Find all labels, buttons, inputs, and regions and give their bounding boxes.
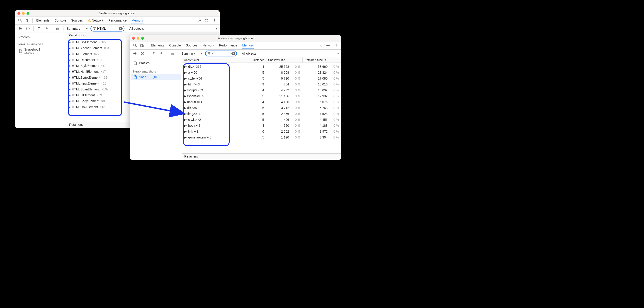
expand-icon[interactable]: ▶ <box>69 100 72 103</box>
expand-icon[interactable]: ▶ <box>69 88 72 91</box>
maximize-dot[interactable] <box>26 12 29 15</box>
col-constructor[interactable]: Constructor <box>182 57 248 62</box>
inspect-icon[interactable] <box>132 42 138 49</box>
table-row[interactable]: ▶<c-wiz>×254960 %4 4560 % <box>182 117 341 122</box>
class-filter[interactable]: ✕ <box>90 26 124 32</box>
class-filter-input[interactable] <box>212 52 230 55</box>
close-dot[interactable] <box>18 12 20 15</box>
upload-icon[interactable] <box>150 50 157 57</box>
tab-memory[interactable]: Memory <box>242 42 254 49</box>
gc-icon[interactable] <box>55 26 61 32</box>
kebab-icon[interactable] <box>212 18 218 24</box>
expand-icon[interactable]: ▶ <box>69 82 72 85</box>
expand-icon[interactable]: ▶ <box>184 100 186 104</box>
tab-memory[interactable]: Memory <box>131 17 144 24</box>
gear-icon[interactable] <box>203 18 210 24</box>
expand-icon[interactable]: ▶ <box>69 106 72 108</box>
chevron-down-icon[interactable]: ▼ <box>337 52 339 55</box>
download-icon[interactable] <box>158 50 164 57</box>
expand-icon[interactable]: ▶ <box>184 88 186 92</box>
clear-icon[interactable] <box>140 50 146 57</box>
table-row[interactable]: ▶<li>×3563 7120 %5 7680 % <box>182 105 341 111</box>
tab-network[interactable]: Network <box>202 42 214 49</box>
download-icon[interactable] <box>44 26 50 32</box>
tab-elements[interactable]: Elements <box>36 17 50 24</box>
table-row[interactable]: ▶<script>×3344 7920 %15 0920 % <box>182 87 341 93</box>
snapshot-item[interactable]: Snap… (18.… <box>131 74 181 80</box>
device-icon[interactable] <box>139 42 145 49</box>
col-distance[interactable]: Distance <box>248 57 266 62</box>
tab-performance[interactable]: Performance <box>108 17 127 24</box>
snapshot-item[interactable]: Snapshot 1 16.0 MB <box>16 47 66 55</box>
expand-icon[interactable]: ▶ <box>69 58 72 62</box>
more-tabs-icon[interactable] <box>196 18 202 24</box>
expand-icon[interactable]: ▶ <box>184 118 186 122</box>
expand-icon[interactable]: ▶ <box>184 130 186 133</box>
svg-point-16 <box>336 46 336 47</box>
expand-icon[interactable]: ▶ <box>69 94 72 97</box>
expand-icon[interactable]: ▶ <box>69 70 72 73</box>
table-row[interactable]: ▶<div>×215425 5680 %58 6600 % <box>182 64 341 70</box>
clear-icon[interactable] <box>25 26 31 32</box>
table-row[interactable]: ▶<g-menu-item>×851 1200 %3 3040 % <box>182 134 341 140</box>
col-shallow[interactable]: Shallow Size <box>266 57 302 62</box>
expand-icon[interactable]: ▶ <box>184 76 186 80</box>
clear-filter-icon[interactable]: ✕ <box>119 27 123 30</box>
clear-filter-icon[interactable]: ✕ <box>232 52 235 55</box>
tab-sources[interactable]: Sources <box>186 42 198 49</box>
table-row[interactable]: ▶<img>×1152 8560 %4 5280 % <box>182 111 341 117</box>
retainers-panel-header[interactable]: Retainers <box>182 154 341 160</box>
expand-icon[interactable]: ▶ <box>184 124 186 127</box>
more-tabs-icon[interactable] <box>318 42 324 49</box>
table-row[interactable]: ▶<style>×5459 7200 %17 0800 % <box>182 76 341 81</box>
table-row[interactable]: ▶<input>×1444 1960 %6 0760 % <box>182 99 341 105</box>
class-filter[interactable]: ✕ <box>205 50 237 56</box>
expand-icon[interactable]: ▶ <box>184 71 186 74</box>
expand-icon[interactable]: ▶ <box>69 41 72 44</box>
objects-select[interactable]: All objects <box>128 26 145 31</box>
objects-select[interactable]: All objects <box>240 51 258 56</box>
table-row[interactable]: ▶<html>×333640 %16 0160 % <box>182 81 341 87</box>
upload-icon[interactable] <box>36 26 42 32</box>
minimize-dot[interactable] <box>22 12 25 15</box>
col-retained[interactable]: Retained Size▼ <box>302 57 341 62</box>
expand-icon[interactable]: ▶ <box>184 82 186 86</box>
expand-icon[interactable]: ▶ <box>69 76 72 79</box>
expand-icon[interactable]: ▶ <box>184 136 186 139</box>
tab-network[interactable]: Network <box>87 17 104 24</box>
class-filter-input[interactable] <box>97 27 118 30</box>
maximize-dot[interactable] <box>141 37 144 40</box>
svg-point-5 <box>214 20 215 21</box>
chevron-down-icon[interactable]: ▼ <box>215 27 218 30</box>
close-dot[interactable] <box>132 37 135 40</box>
profiles-label-row: Profiles <box>131 59 181 68</box>
gc-icon[interactable] <box>169 50 176 57</box>
view-select[interactable]: Summary ▼ <box>180 51 204 56</box>
gear-icon[interactable] <box>325 42 331 49</box>
shallow-value: 4 196 <box>281 100 289 104</box>
device-icon[interactable] <box>24 18 30 24</box>
tab-console[interactable]: Console <box>169 42 181 49</box>
expand-icon[interactable]: ▶ <box>184 94 186 98</box>
record-icon[interactable] <box>132 50 138 57</box>
constructor-table[interactable]: ▶<div>×215425 5680 %58 6600 %▶<a>×5058 2… <box>182 63 341 154</box>
table-row[interactable]: ▶<a>×5058 2680 %28 3240 % <box>182 70 341 76</box>
table-row[interactable]: ▶<link>×962 0520 %3 9720 % <box>182 128 341 134</box>
inspect-icon[interactable] <box>17 18 23 24</box>
expand-icon[interactable]: ▶ <box>69 64 72 67</box>
tab-elements[interactable]: Elements <box>150 42 164 49</box>
expand-icon[interactable]: ▶ <box>184 112 186 116</box>
table-row[interactable]: ▶<body>×347200 %4 1880 % <box>182 122 341 128</box>
expand-icon[interactable]: ▶ <box>69 52 72 56</box>
record-icon[interactable] <box>17 26 23 32</box>
view-select[interactable]: Summary ▼ <box>65 26 90 31</box>
kebab-icon[interactable] <box>333 42 339 49</box>
expand-icon[interactable]: ▶ <box>69 47 72 50</box>
expand-icon[interactable]: ▶ <box>184 106 186 110</box>
tab-console[interactable]: Console <box>54 17 66 24</box>
expand-icon[interactable]: ▶ <box>184 65 186 68</box>
tab-performance[interactable]: Performance <box>218 42 238 49</box>
table-row[interactable]: ▶<span>×105511 4960 %12 9320 % <box>182 93 341 99</box>
tab-sources[interactable]: Sources <box>71 17 83 24</box>
minimize-dot[interactable] <box>137 37 140 40</box>
